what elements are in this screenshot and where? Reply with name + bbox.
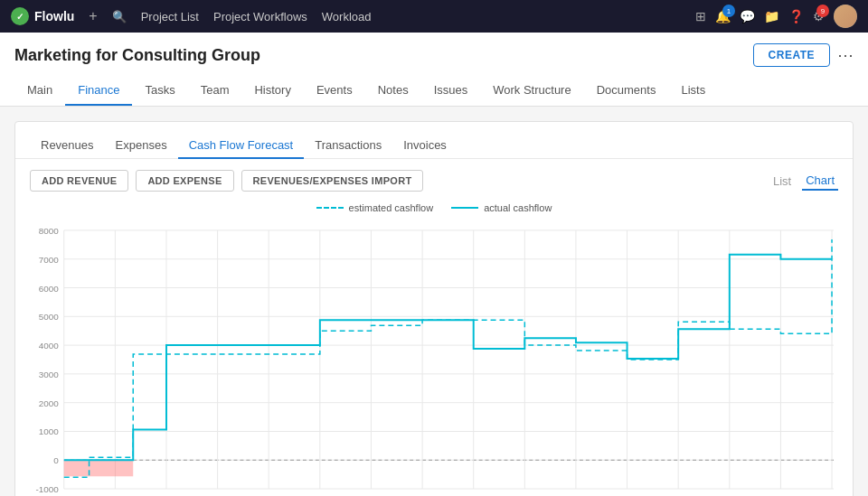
buttons-row: ADD REVENUE ADD EXPENSE REVENUES/EXPENSE… xyxy=(15,159,853,202)
notifications-icon[interactable]: 🔔 1 xyxy=(715,9,731,23)
chart-view-button[interactable]: Chart xyxy=(802,172,838,191)
logo-text: Flowlu xyxy=(34,9,74,23)
estimated-legend-line xyxy=(316,207,344,209)
tab-lists[interactable]: Lists xyxy=(668,76,718,106)
actual-legend-label: actual cashflow xyxy=(484,202,552,213)
nav-right: ⊞ 🔔 1 💬 📁 ❓ ⚙ 9 xyxy=(695,5,857,28)
tab-issues[interactable]: Issues xyxy=(421,76,481,106)
tab-main[interactable]: Main xyxy=(14,76,65,106)
top-nav: ✓ Flowlu + 🔍 Project List Project Workfl… xyxy=(0,0,868,33)
y-label-5000: 5000 xyxy=(39,312,60,322)
finance-sub-tabs: Revenues Expenses Cash Flow Forecast Tra… xyxy=(15,122,853,159)
create-button[interactable]: CREATE xyxy=(753,43,830,67)
help-icon[interactable]: ❓ xyxy=(788,9,804,23)
page-title-row: Marketing for Consulting Group CREATE ⋯ xyxy=(14,43,854,67)
view-toggle: List Chart xyxy=(769,172,838,191)
chart-svg-wrapper: .grid-line { stroke: #e8e8e8; stroke-wid… xyxy=(30,220,838,496)
estimated-cashflow-line xyxy=(64,239,832,477)
estimated-legend-label: estimated cashflow xyxy=(349,202,434,213)
import-button[interactable]: REVENUES/EXPENSES IMPORT xyxy=(241,170,424,192)
negative-area xyxy=(64,460,133,476)
list-view-button[interactable]: List xyxy=(769,173,795,190)
y-label-0: 0 xyxy=(53,455,59,465)
avatar[interactable] xyxy=(834,5,857,28)
sub-tab-cash-flow-forecast[interactable]: Cash Flow Forecast xyxy=(178,133,305,159)
tab-finance[interactable]: Finance xyxy=(65,76,132,106)
page-title: Marketing for Consulting Group xyxy=(14,46,260,65)
search-icon[interactable]: 🔍 xyxy=(112,10,127,23)
finance-card: Revenues Expenses Cash Flow Forecast Tra… xyxy=(14,121,854,496)
settings-badge: 9 xyxy=(816,5,829,17)
logo-icon: ✓ xyxy=(11,7,29,25)
content-area: Revenues Expenses Cash Flow Forecast Tra… xyxy=(0,107,868,496)
sub-tab-revenues[interactable]: Revenues xyxy=(30,133,105,159)
nav-project-workflows[interactable]: Project Workflows xyxy=(213,10,307,23)
sub-tab-invoices[interactable]: Invoices xyxy=(392,133,458,159)
tab-work-structure[interactable]: Work Structure xyxy=(480,76,583,106)
y-label-7000: 7000 xyxy=(39,255,60,265)
y-label-3000: 3000 xyxy=(39,370,60,379)
sub-tab-transactions[interactable]: Transactions xyxy=(304,133,392,159)
page-header: Marketing for Consulting Group CREATE ⋯ … xyxy=(0,33,868,107)
y-label-8000: 8000 xyxy=(39,226,60,236)
add-button[interactable]: + xyxy=(89,8,97,24)
actual-legend: actual cashflow xyxy=(451,202,552,213)
actual-cashflow-line xyxy=(64,255,832,460)
chart-svg: .grid-line { stroke: #e8e8e8; stroke-wid… xyxy=(30,220,838,496)
estimated-legend: estimated cashflow xyxy=(316,202,434,213)
nav-project-list[interactable]: Project List xyxy=(141,10,199,23)
actual-legend-line xyxy=(451,207,478,209)
y-label-2000: 2000 xyxy=(39,398,60,408)
chat-icon[interactable]: 💬 xyxy=(740,9,755,23)
main-tabs: Main Finance Tasks Team History Events N… xyxy=(14,76,854,106)
notification-badge: 1 xyxy=(722,5,735,17)
chart-legend: estimated cashflow actual cashflow xyxy=(30,202,838,213)
grid-icon[interactable]: ⊞ xyxy=(695,9,706,23)
tab-notes[interactable]: Notes xyxy=(365,76,421,106)
add-revenue-button[interactable]: ADD REVENUE xyxy=(30,170,128,192)
folder-icon[interactable]: 📁 xyxy=(764,9,779,23)
tab-events[interactable]: Events xyxy=(304,76,365,106)
tab-history[interactable]: History xyxy=(241,76,303,106)
tab-documents[interactable]: Documents xyxy=(584,76,669,106)
chart-container: estimated cashflow actual cashflow .grid… xyxy=(15,202,853,496)
y-label-6000: 6000 xyxy=(39,284,60,294)
logo[interactable]: ✓ Flowlu xyxy=(11,7,74,25)
y-label-1000: 1000 xyxy=(39,426,60,436)
nav-workload[interactable]: Workload xyxy=(322,10,372,23)
add-expense-button[interactable]: ADD EXPENSE xyxy=(136,170,233,192)
more-options-icon[interactable]: ⋯ xyxy=(837,45,854,65)
tab-tasks[interactable]: Tasks xyxy=(132,76,187,106)
tab-team[interactable]: Team xyxy=(188,76,242,106)
header-actions: CREATE ⋯ xyxy=(753,43,854,67)
y-label-4000: 4000 xyxy=(39,341,60,351)
y-label-neg1000: -1000 xyxy=(35,484,59,494)
settings-icon[interactable]: ⚙ 9 xyxy=(813,9,825,23)
sub-tab-expenses[interactable]: Expenses xyxy=(105,133,178,159)
